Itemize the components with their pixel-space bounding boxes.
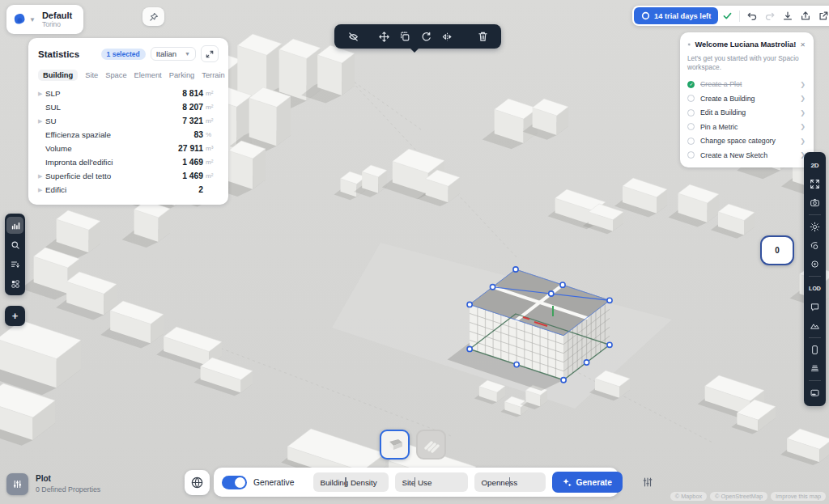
panels-toolbar	[5, 214, 25, 295]
stat-row-tetto[interactable]: ▶Superficie del tetto1 469m²	[38, 169, 219, 183]
search-icon	[11, 240, 20, 250]
delete-button[interactable]	[472, 24, 493, 49]
focus-target-button[interactable]	[804, 255, 826, 273]
expand-caret-icon[interactable]: ▶	[38, 118, 45, 125]
globe-icon	[190, 476, 204, 489]
tab-parking[interactable]: Parking	[169, 71, 195, 79]
open-external-button[interactable]	[814, 7, 829, 25]
mirror-button[interactable]	[436, 24, 457, 49]
stat-row-edifici[interactable]: ▶Edifici2	[38, 183, 219, 197]
tab-site[interactable]: Site	[85, 71, 98, 79]
language-select[interactable]: Italian▼	[151, 47, 196, 61]
expand-caret-icon[interactable]: ▶	[38, 187, 45, 193]
generation-settings-button[interactable]	[642, 474, 653, 490]
stat-row-volume[interactable]: ▶Volume27 911m³	[38, 142, 219, 155]
rotate-button[interactable]	[415, 24, 436, 49]
trial-badge[interactable]: 14 trial days left	[634, 7, 718, 24]
move-button[interactable]	[373, 24, 394, 49]
openness-slider[interactable]: Openness	[474, 472, 546, 492]
shadow-study-button[interactable]	[804, 236, 826, 255]
redo-button[interactable]	[761, 7, 779, 25]
fullscreen-icon	[810, 179, 820, 189]
stat-row-efficienza[interactable]: ▶Efficienza spaziale83%	[38, 128, 219, 142]
layers-list-button[interactable]	[6, 256, 23, 273]
roof-lines-thumb-icon	[422, 437, 441, 453]
redo-icon	[764, 11, 776, 22]
import-button[interactable]	[779, 7, 797, 25]
toolbar-pointer	[410, 48, 419, 57]
eye-off-icon	[347, 31, 359, 43]
project-location: Torino	[42, 20, 72, 28]
todo-circle-icon	[687, 151, 695, 159]
expand-panel-button[interactable]	[201, 45, 219, 62]
variant-thumb-selected[interactable]	[380, 430, 410, 460]
building-density-slider[interactable]: Building Density	[313, 472, 389, 492]
fullscreen-button[interactable]	[804, 175, 826, 193]
onboarding-create-sketch[interactable]: Create a New Sketch❯	[687, 148, 806, 163]
duplicate-button[interactable]	[394, 24, 415, 49]
stat-row-slp[interactable]: ▶SLP8 814m²	[38, 87, 219, 100]
onboarding-create-plot[interactable]: Create a Plot❯	[687, 77, 806, 91]
sun-settings-button[interactable]	[804, 218, 826, 236]
minimap-button[interactable]	[804, 383, 826, 402]
statistics-toggle-button[interactable]	[6, 217, 23, 234]
onboarding-edit-building[interactable]: Edit a Building❯	[687, 105, 806, 120]
comment-icon	[810, 302, 820, 312]
tab-element[interactable]: Element	[134, 71, 162, 79]
map-context-button[interactable]	[185, 470, 210, 495]
tab-space[interactable]: Space	[105, 71, 126, 79]
onboarding-pin-metric[interactable]: Pin a Metric❯	[687, 120, 806, 134]
floor-count-input[interactable]: 0	[760, 235, 794, 265]
search-button[interactable]	[6, 236, 23, 253]
trash-icon	[478, 31, 488, 42]
expand-caret-icon[interactable]: ▶	[38, 173, 45, 180]
generate-button[interactable]: Generate	[552, 472, 623, 493]
expand-caret-icon[interactable]: ▶	[38, 91, 45, 97]
stat-row-impronta[interactable]: ▶Impronta dell'edifici1 469m²	[38, 155, 219, 169]
plot-subtitle: 0 Defined Properties	[36, 485, 100, 493]
floors-button[interactable]	[804, 359, 826, 378]
stat-row-su[interactable]: ▶SU7 321m²	[38, 114, 219, 128]
sliders-icon	[12, 479, 23, 489]
site-use-slider[interactable]: Site Use	[395, 472, 468, 492]
export-button[interactable]	[797, 7, 814, 25]
stat-row-sul[interactable]: ▶SUL8 207m²	[38, 100, 219, 114]
plot-properties-button[interactable]	[6, 473, 28, 495]
dashboard-button[interactable]	[6, 275, 23, 292]
tab-building[interactable]: Building	[38, 70, 78, 81]
comments-button[interactable]	[804, 298, 826, 316]
done-check-icon	[687, 81, 695, 88]
slider-handle[interactable]	[414, 477, 416, 487]
attribution-item[interactable]: Improve this map	[771, 492, 826, 501]
slider-handle[interactable]	[345, 477, 346, 487]
list-sort-icon	[11, 260, 20, 269]
generative-toggle[interactable]	[222, 476, 247, 489]
add-button[interactable]: +	[5, 306, 25, 326]
close-icon[interactable]: ✕	[800, 41, 806, 49]
screenshot-button[interactable]	[804, 193, 826, 212]
pin-button[interactable]	[142, 7, 164, 26]
statistics-title: Statistics	[38, 49, 79, 59]
tune-icon	[642, 476, 653, 488]
variant-thumb-alt[interactable]	[416, 430, 446, 460]
terrain-button[interactable]	[804, 316, 826, 335]
move-icon	[378, 31, 390, 43]
onboarding-create-building[interactable]: Create a Building❯	[687, 91, 806, 106]
mobile-view-button[interactable]	[804, 341, 826, 359]
tab-terrain[interactable]: Terrain	[202, 71, 224, 79]
hide-button[interactable]	[342, 24, 363, 49]
attribution-item[interactable]: © OpenStreetMap	[710, 492, 767, 501]
mode-2d-button[interactable]: 2D	[804, 156, 826, 175]
project-switcher[interactable]: ▼ Default Torino	[6, 5, 83, 34]
view-toolbar: 2D LOD	[804, 152, 826, 406]
onboarding-change-space-category[interactable]: Change space category❯	[687, 133, 806, 148]
lod-button[interactable]: LOD	[804, 279, 826, 298]
sun-icon	[810, 222, 820, 232]
download-icon	[782, 11, 793, 22]
undo-button[interactable]	[743, 7, 761, 25]
undo-icon	[746, 11, 758, 22]
map-attribution: © Mapbox © OpenStreetMap Improve this ma…	[670, 492, 826, 501]
slider-handle[interactable]	[509, 477, 511, 487]
attribution-item[interactable]: © Mapbox	[670, 492, 707, 501]
chevron-down-icon[interactable]: ▼	[29, 16, 36, 23]
